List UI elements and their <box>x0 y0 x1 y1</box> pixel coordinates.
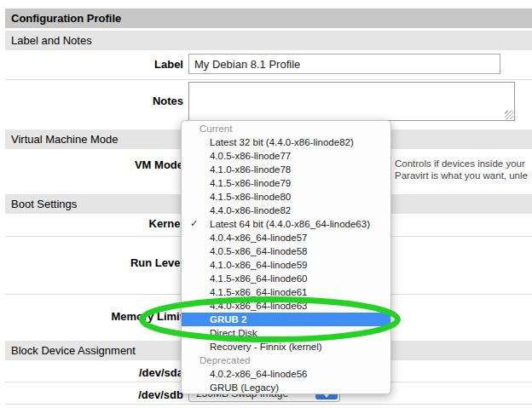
menu-item[interactable]: 4.1.5-x86_64-linode60 <box>182 272 390 285</box>
kernel-dropdown-menu: Current Latest 32 bit (4.4.0-x86-linode8… <box>181 120 391 394</box>
menu-item[interactable]: 4.1.0-x86-linode78 <box>182 163 390 176</box>
menu-item[interactable]: 4.1.5-x86-linode79 <box>182 176 390 190</box>
vm-mode-label: VM Mode <box>0 158 183 171</box>
notes-field-label: Notes <box>0 95 183 107</box>
menu-item-recovery-finnix[interactable]: Recovery - Finnix (kernel) <box>182 340 390 353</box>
memory-limit-label: Memory Limit <box>0 310 183 323</box>
section-header-label-and-notes: Label and Notes <box>5 31 532 50</box>
menu-item-latest-32bit[interactable]: Latest 32 bit (4.4.0-x86-linode82) <box>182 135 390 149</box>
menu-item[interactable]: 4.4.0-x86_64-linode63 <box>182 299 390 313</box>
menu-group-current: Current <box>182 122 390 135</box>
vm-mode-help-line1: Controls if devices inside your <box>395 158 525 170</box>
menu-item-direct-disk[interactable]: Direct Disk <box>182 326 390 340</box>
kernel-label: Kernel <box>0 217 183 230</box>
label-input[interactable] <box>188 54 500 74</box>
menu-item[interactable]: 4.0.5-x86-linode77 <box>182 149 390 163</box>
row-divider <box>5 79 532 80</box>
dev-sdb-label: /dev/sdb <box>0 388 183 401</box>
dev-sda-label: /dev/sda <box>0 366 183 379</box>
menu-group-deprecated: Deprecated <box>182 353 390 367</box>
menu-item[interactable]: 4.0.4-x86_64-linode57 <box>182 231 390 244</box>
menu-item-grub2-highlighted[interactable]: GRUB 2 <box>182 313 390 326</box>
menu-item[interactable]: 4.1.0-x86_64-linode59 <box>182 258 390 272</box>
menu-item[interactable]: 4.0.5-x86_64-linode58 <box>182 244 390 258</box>
menu-item[interactable]: 4.4.0-x86-linode82 <box>182 204 390 217</box>
chevron-down-icon <box>324 394 329 398</box>
checkmark-icon: ✓ <box>190 217 199 229</box>
menu-item-latest-64bit-checked[interactable]: Latest 64 bit (4.4.0-x86_64-linode63) <box>182 217 390 231</box>
row-divider <box>5 404 532 405</box>
page-title: Configuration Profile <box>5 9 532 28</box>
menu-item[interactable]: 4.0.2-x86_64-linode56 <box>182 367 390 381</box>
label-field-label: Label <box>0 58 183 71</box>
notes-textarea[interactable] <box>188 82 515 121</box>
menu-item[interactable]: 4.1.5-x86_64-linode61 <box>182 285 390 299</box>
configuration-profile-page: Configuration Profile Label and Notes La… <box>0 0 532 408</box>
menu-item-grub-legacy[interactable]: GRUB (Legacy) <box>182 381 390 394</box>
run-level-label: Run Level <box>0 256 183 269</box>
resize-grip-icon[interactable] <box>505 111 513 119</box>
vm-mode-help-line2: Paravirt is what you want, unle <box>395 170 528 181</box>
menu-item[interactable]: 4.1.5-x86-linode80 <box>182 190 390 204</box>
